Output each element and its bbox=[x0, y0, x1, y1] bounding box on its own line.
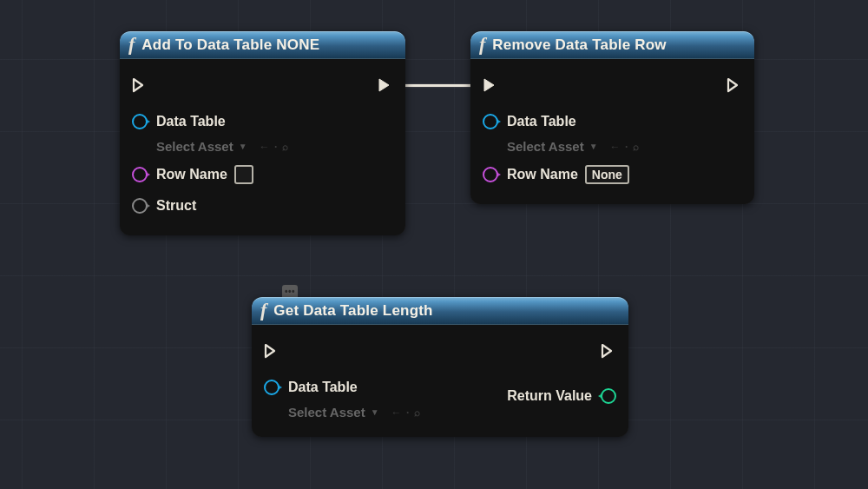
pin-label: Return Value bbox=[507, 388, 592, 404]
node-get-data-table-length[interactable]: f Get Data Table Length Data Table Selec… bbox=[252, 297, 628, 437]
asset-picker-label: Select Asset bbox=[507, 139, 584, 154]
data-table-input-pin[interactable] bbox=[483, 114, 498, 129]
exec-input-pin[interactable] bbox=[264, 343, 279, 359]
pin-label: Row Name bbox=[156, 167, 227, 182]
node-body: Data Table Select Asset ▼ ← · ⌕ Row Name… bbox=[470, 59, 754, 204]
node-add-to-data-table[interactable]: f Add To Data Table NONE Data Table Sele… bbox=[120, 31, 405, 235]
function-icon: f bbox=[260, 301, 266, 320]
node-remove-data-table-row[interactable]: f Remove Data Table Row Data Table Selec… bbox=[470, 31, 754, 204]
chevron-down-icon: ▼ bbox=[589, 142, 598, 151]
node-header[interactable]: f Add To Data Table NONE bbox=[120, 31, 405, 59]
row-name-value-input[interactable] bbox=[234, 165, 253, 184]
node-body: Data Table Select Asset ▼ ← · ⌕ Row Name… bbox=[120, 59, 405, 235]
asset-tools-icon[interactable]: ← · ⌕ bbox=[391, 406, 421, 419]
asset-tools-icon[interactable]: ← · ⌕ bbox=[260, 141, 289, 153]
asset-picker-dropdown[interactable]: Select Asset ▼ ← · ⌕ bbox=[507, 139, 742, 154]
function-icon: f bbox=[128, 35, 135, 54]
node-title: Remove Data Table Row bbox=[492, 36, 666, 54]
data-table-input-pin[interactable] bbox=[132, 114, 148, 129]
exec-output-pin[interactable] bbox=[727, 77, 742, 93]
exec-input-pin[interactable] bbox=[483, 77, 498, 93]
row-name-value-input[interactable]: None bbox=[585, 165, 629, 184]
data-table-input-pin[interactable] bbox=[264, 380, 279, 395]
pin-label: Row Name bbox=[507, 167, 578, 182]
chevron-down-icon: ▼ bbox=[371, 407, 379, 417]
exec-output-pin[interactable] bbox=[378, 77, 393, 93]
asset-picker-dropdown[interactable]: Select Asset ▼ ← · ⌕ bbox=[288, 405, 421, 420]
return-value-output-pin[interactable] bbox=[601, 388, 616, 404]
chevron-down-icon: ▼ bbox=[239, 142, 247, 151]
asset-picker-label: Select Asset bbox=[156, 139, 233, 154]
node-header[interactable]: f Remove Data Table Row bbox=[470, 31, 754, 59]
node-header[interactable]: f Get Data Table Length bbox=[252, 297, 628, 325]
pin-label: Data Table bbox=[156, 114, 226, 129]
pin-label: Data Table bbox=[507, 114, 576, 129]
asset-picker-dropdown[interactable]: Select Asset ▼ ← · ⌕ bbox=[156, 139, 393, 154]
exec-input-pin[interactable] bbox=[132, 77, 148, 93]
struct-input-pin[interactable] bbox=[132, 198, 148, 214]
asset-picker-label: Select Asset bbox=[288, 405, 365, 420]
function-icon: f bbox=[479, 35, 485, 54]
row-name-input-pin[interactable] bbox=[132, 167, 148, 182]
comment-handle-icon[interactable]: ••• bbox=[282, 285, 298, 297]
exec-output-pin[interactable] bbox=[601, 343, 616, 359]
node-body: Data Table Select Asset ▼ ← · ⌕ Return V… bbox=[252, 325, 628, 437]
pin-label: Data Table bbox=[288, 380, 358, 395]
row-name-input-pin[interactable] bbox=[483, 167, 498, 182]
asset-tools-icon[interactable]: ← · ⌕ bbox=[610, 141, 640, 153]
node-title: Get Data Table Length bbox=[273, 302, 432, 320]
pin-label: Struct bbox=[156, 198, 196, 214]
node-title: Add To Data Table NONE bbox=[141, 36, 319, 54]
